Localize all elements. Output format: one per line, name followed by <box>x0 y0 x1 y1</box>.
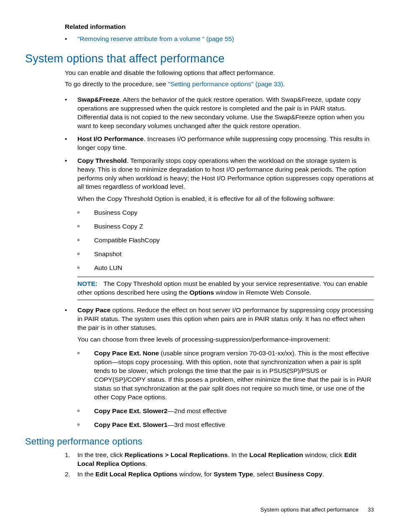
heading-system-options: System options that affect performance <box>25 51 374 66</box>
step-text: In the tree, click <box>77 451 125 458</box>
step-bold: System Type <box>214 470 253 478</box>
option-copy-threshold: Copy Threshold. Temporarily stops copy o… <box>65 157 374 204</box>
software-item: Snapshot <box>77 250 374 259</box>
intro-para-2: To go directly to the procedure, see "Se… <box>65 80 374 89</box>
option-text: options. Reduce the effect on host serve… <box>77 306 373 331</box>
option-copy-pace: Copy Pace options. Reduce the effect on … <box>65 306 374 344</box>
step-bold: Replications > Local Replications <box>125 451 228 458</box>
option-label: Swap&Freeze <box>77 96 120 103</box>
step-text: . <box>146 460 147 467</box>
step-text: . In the <box>228 451 250 458</box>
related-info-item: "Removing reserve attribute from a volum… <box>65 35 374 44</box>
software-item: Auto LUN <box>77 264 374 272</box>
level-slower2: Copy Pace Ext. Slower2—2nd most effectiv… <box>77 407 374 416</box>
level-slower1: Copy Pace Ext. Slower1—3rd most effectiv… <box>77 421 374 429</box>
option-swap-freeze: Swap&Freeze. Alters the behavior of the … <box>65 95 374 131</box>
related-info-list: "Removing reserve attribute from a volum… <box>65 35 374 44</box>
link-setting-performance[interactable]: "Setting performance options" (page 33) <box>168 80 283 87</box>
related-info-heading: Related information <box>65 23 374 31</box>
step-text: In the <box>77 470 95 478</box>
level-text: (usable since program version 70-03-01-x… <box>94 350 371 401</box>
intro-para-1: You can enable and disable the following… <box>65 69 374 77</box>
copy-pace-levels: Copy Pace Ext. None (usable since progra… <box>77 349 374 429</box>
page-number: 33 <box>368 506 374 513</box>
link-removing-reserve[interactable]: "Removing reserve attribute from a volum… <box>77 35 234 42</box>
step-text: . <box>322 470 324 478</box>
step-number: 2. <box>65 470 70 479</box>
option-host-io: Host I/O Performance. Increases I/O perf… <box>65 135 374 152</box>
step-2: 2. In the Edit Local Replica Options win… <box>65 470 374 479</box>
option-subpara: When the Copy Threshold Option is enable… <box>77 195 374 203</box>
option-label: Host I/O Performance <box>77 135 144 142</box>
software-item: Compatible FlashCopy <box>77 236 374 245</box>
level-label: Copy Pace Ext. None <box>94 350 159 357</box>
level-label: Copy Pace Ext. Slower2 <box>94 407 168 414</box>
document-page: Related information "Removing reserve at… <box>0 0 399 532</box>
step-bold: Edit Local Replica Options <box>95 470 177 478</box>
heading-setting-performance: Setting performance options <box>25 435 374 448</box>
option-text: . Alters the behavior of the quick resto… <box>77 96 364 129</box>
note-text: window in Remote Web Console. <box>214 289 311 296</box>
option-subpara: You can choose from three levels of proc… <box>77 335 374 344</box>
options-list: Swap&Freeze. Alters the behavior of the … <box>65 95 374 203</box>
level-label: Copy Pace Ext. Slower1 <box>94 421 168 428</box>
note-label: NOTE: <box>77 280 97 287</box>
option-label: Copy Pace <box>77 306 110 314</box>
step-number: 1. <box>65 451 70 460</box>
software-list: Business Copy Business Copy Z Compatible… <box>77 208 374 272</box>
step-text: window, for <box>177 470 213 478</box>
footer-text: System options that affect performance <box>261 506 359 513</box>
options-list-2: Copy Pace options. Reduce the effect on … <box>65 306 374 344</box>
option-label: Copy Threshold <box>77 157 127 164</box>
software-item: Business Copy Z <box>77 222 374 231</box>
note-box: NOTE:The Copy Threshold option must be e… <box>77 277 374 300</box>
step-text: window, click <box>303 451 344 458</box>
software-item: Business Copy <box>77 208 374 217</box>
step-1: 1. In the tree, click Replications > Loc… <box>65 451 374 468</box>
level-none: Copy Pace Ext. None (usable since progra… <box>77 349 374 402</box>
level-text: —3rd most effective <box>168 421 225 428</box>
page-footer: System options that affect performance 3… <box>261 506 374 514</box>
note-bold: Options <box>189 289 214 296</box>
text: . <box>283 80 285 87</box>
step-bold: Local Replication <box>249 451 303 458</box>
step-text: , select <box>253 470 275 478</box>
level-text: —2nd most effective <box>168 407 227 414</box>
text: To go directly to the procedure, see <box>65 80 168 87</box>
procedure-steps: 1. In the tree, click Replications > Loc… <box>65 451 374 479</box>
step-bold: Business Copy <box>276 470 322 478</box>
